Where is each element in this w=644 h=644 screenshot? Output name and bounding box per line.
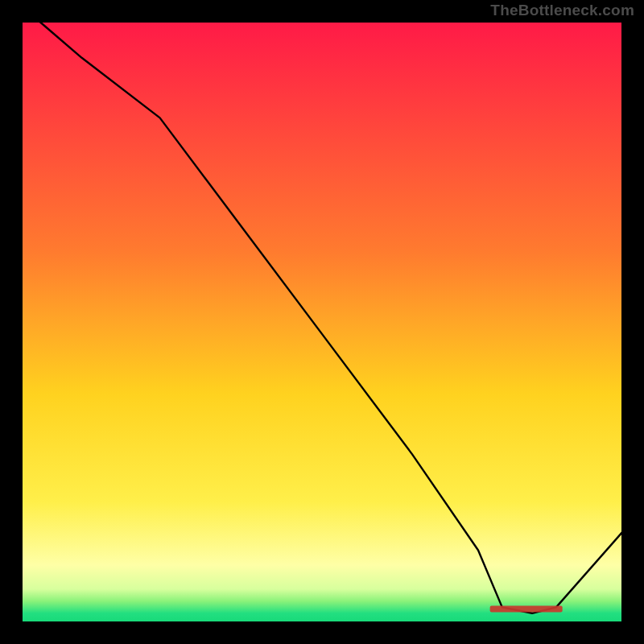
attribution-label: TheBottleneck.com (490, 2, 634, 19)
svg-rect-1 (22, 22, 622, 622)
svg-rect-2 (490, 606, 563, 613)
bottleneck-chart (0, 0, 644, 644)
chart-container: TheBottleneck.com (0, 0, 644, 644)
